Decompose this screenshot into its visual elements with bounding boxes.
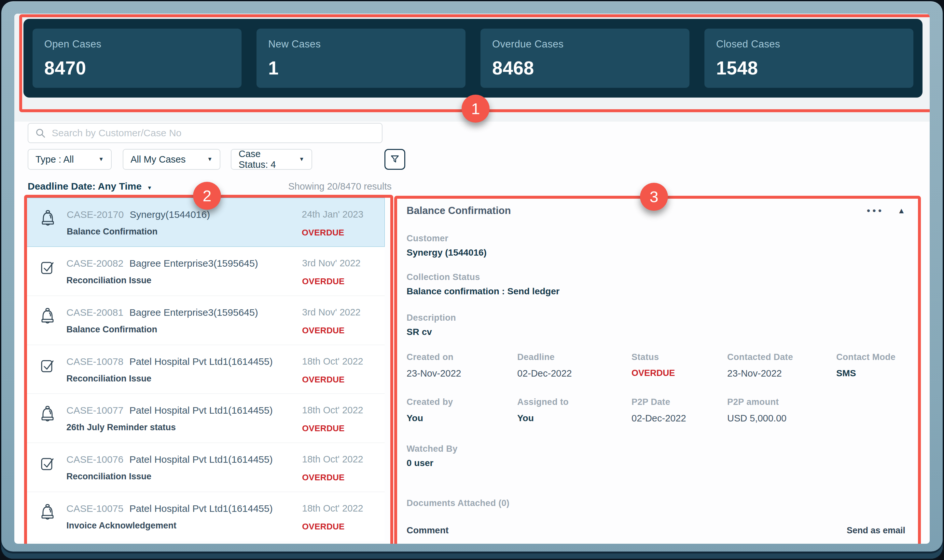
field-value: You <box>407 413 517 423</box>
case-status-badge: OVERDUE <box>302 228 379 238</box>
task-check-icon <box>40 455 56 472</box>
case-row[interactable]: CASE-10076 Patel Hospital Pvt Ltd1(16144… <box>27 443 385 492</box>
case-title: CASE-10077 Patel Hospital Pvt Ltd1(16144… <box>66 405 273 415</box>
field-value: 23-Nov-2022 <box>407 368 517 379</box>
p2p-amount-field: P2P amount USD 5,000.00 <box>727 397 836 424</box>
stat-label: Overdue Cases <box>492 38 678 50</box>
filter-button[interactable] <box>384 149 405 170</box>
case-row-main: CASE-20082 Bagree Enterprise3(1595645) R… <box>66 258 298 286</box>
field-label: Watched By <box>407 444 905 454</box>
case-title: CASE-10078 Patel Hospital Pvt Ltd1(16144… <box>66 356 273 367</box>
comment-label: Comment <box>407 525 449 535</box>
task-check-icon <box>40 357 56 374</box>
detail-title: Balance Confirmation <box>407 205 511 217</box>
annotation-circle-3: 3 <box>640 183 668 211</box>
created-on-field: Created on 23-Nov-2022 <box>407 352 517 379</box>
case-date: 18th Oct' 2022 <box>302 356 379 367</box>
status-field: Status OVERDUE <box>631 352 727 379</box>
stat-value: 8470 <box>44 57 230 79</box>
case-customer: Patel Hospital Pvt Ltd1(1614455) <box>129 356 273 367</box>
case-status-badge: OVERDUE <box>302 522 379 532</box>
case-status-badge: OVERDUE <box>302 472 379 483</box>
case-row-right: 18th Oct' 2022 OVERDUE <box>302 405 379 434</box>
status-badge: OVERDUE <box>631 368 727 378</box>
caret-down-icon: ▼ <box>207 156 213 163</box>
case-row[interactable]: CASE-10078 Patel Hospital Pvt Ltd1(16144… <box>27 345 385 394</box>
field-value: SMS <box>836 368 905 378</box>
description-field: Description SR cv <box>407 313 905 337</box>
case-detail-panel: Balance Confirmation ••• ▲ Customer Syne… <box>407 205 905 535</box>
collapse-panel-icon[interactable]: ▲ <box>898 207 905 215</box>
send-as-email-link[interactable]: Send as email <box>847 526 905 535</box>
stat-card-closed-cases[interactable]: Closed Cases 1548 <box>705 29 913 88</box>
case-row-right: 18th Oct' 2022 OVERDUE <box>302 356 379 385</box>
grid-spacer <box>836 397 905 424</box>
filter-funnel-icon <box>389 154 400 165</box>
stat-card-open-cases[interactable]: Open Cases 8470 <box>32 29 242 88</box>
case-date: 18th Oct' 2022 <box>302 503 379 514</box>
case-row[interactable]: CASE-10077 Patel Hospital Pvt Ltd1(16144… <box>27 394 385 443</box>
case-subject: Balance Confirmation <box>66 325 298 335</box>
case-subject: Invoice Acknowledgement <box>66 521 298 531</box>
stat-card-new-cases[interactable]: New Cases 1 <box>256 29 466 88</box>
case-status-filter-dropdown[interactable]: Case Status: 4 ▼ <box>231 149 312 170</box>
assigned-to-field: Assigned to You <box>517 397 631 424</box>
stat-value: 1 <box>268 57 454 79</box>
case-title: CASE-10076 Patel Hospital Pvt Ltd1(16144… <box>66 454 273 465</box>
field-label: Status <box>631 352 727 362</box>
contact-mode-field: Contact Mode SMS <box>836 352 905 379</box>
case-row[interactable]: CASE-20081 Bagree Enterprise3(1595645) B… <box>27 296 385 345</box>
stat-card-overdue-cases[interactable]: Overdue Cases 8468 <box>480 29 689 88</box>
field-value: SR cv <box>407 327 905 337</box>
case-row[interactable]: CASE-10075 Patel Hospital Pvt Ltd1(16144… <box>27 492 385 541</box>
bell-icon <box>40 210 56 227</box>
type-filter-dropdown[interactable]: Type : All ▼ <box>28 149 112 170</box>
detail-grid-row-1: Created on 23-Nov-2022 Deadline 02-Dec-2… <box>407 352 905 379</box>
case-row-main: CASE-10077 Patel Hospital Pvt Ltd1(16144… <box>66 405 298 432</box>
case-number: CASE-20082 <box>66 258 123 269</box>
case-subject: Reconciliation Issue <box>66 275 298 286</box>
field-label: Documents Attached (0) <box>407 498 905 508</box>
case-row-main: CASE-20170 Synergy(1544016) Balance Conf… <box>67 209 298 237</box>
case-row-right: 18th Oct' 2022 OVERDUE <box>302 503 379 532</box>
case-customer: Bagree Enterprise3(1595645) <box>129 258 258 269</box>
search-box <box>28 123 383 143</box>
field-value: You <box>517 413 631 423</box>
case-list-scrollbar[interactable] <box>391 199 393 542</box>
case-row[interactable]: CASE-20082 Bagree Enterprise3(1595645) R… <box>27 247 385 296</box>
case-status-badge: OVERDUE <box>302 326 379 335</box>
created-by-field: Created by You <box>407 397 517 424</box>
app-content: Open Cases 8470 New Cases 1 Overdue Case… <box>14 14 930 544</box>
field-label: Contacted Date <box>727 352 836 362</box>
field-label: Description <box>407 313 905 323</box>
field-value: USD 5,000.00 <box>727 413 836 424</box>
deadline-date-filter[interactable]: Deadline Date: Any Time ▼ <box>28 181 152 192</box>
field-value: Balance confirmation : Send ledger <box>407 286 905 297</box>
field-label: Created on <box>407 352 517 362</box>
field-label: Deadline <box>517 352 631 362</box>
comment-row: Comment Send as email <box>407 525 905 535</box>
stat-label: Closed Cases <box>716 38 902 50</box>
case-number: CASE-10078 <box>66 356 123 367</box>
bell-icon <box>40 308 56 325</box>
field-label: Customer <box>407 234 905 243</box>
case-customer: Synergy(1544016) <box>130 209 210 220</box>
case-date: 18th Oct' 2022 <box>302 454 379 465</box>
task-check-icon <box>40 258 56 276</box>
caret-down-icon: ▼ <box>98 156 104 163</box>
case-row-right: 3rd Nov' 2022 OVERDUE <box>302 258 379 286</box>
deadline-date-label: Deadline Date: Any Time <box>28 181 142 192</box>
case-row-right: 18th Oct' 2022 OVERDUE <box>302 454 379 483</box>
field-label: P2P Date <box>631 397 727 407</box>
more-options-icon[interactable]: ••• <box>867 206 884 215</box>
type-filter-label: Type : All <box>35 154 74 165</box>
search-input[interactable] <box>51 127 375 139</box>
field-label: P2P amount <box>727 397 836 407</box>
field-value: 02-Dec-2022 <box>517 368 631 379</box>
search-icon <box>35 128 46 138</box>
case-row-main: CASE-10075 Patel Hospital Pvt Ltd1(16144… <box>66 503 298 531</box>
filters-row: Type : All ▼ All My Cases ▼ Case Status:… <box>28 149 392 170</box>
my-cases-filter-dropdown[interactable]: All My Cases ▼ <box>123 149 221 170</box>
case-customer: Patel Hospital Pvt Ltd1(1614455) <box>129 405 273 415</box>
customer-field: Customer Synergy (1544016) <box>407 234 905 258</box>
